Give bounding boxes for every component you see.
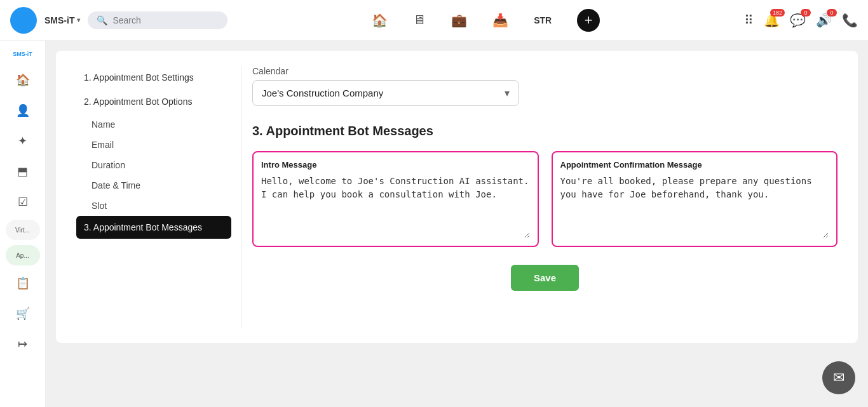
messages-row: Intro Message Hello, welcome to Joe's Co… (252, 151, 837, 247)
sidebar-item-tasks[interactable]: ☑ (10, 189, 36, 215)
sidebar-item-cart[interactable]: 🛒 (10, 301, 36, 326)
sub-item-name[interactable]: Name (76, 114, 231, 135)
section-title: 3. Appointment Bot Messages (252, 124, 837, 138)
chat-widget[interactable]: ✉ (822, 361, 855, 394)
search-icon: 🔍 (97, 15, 107, 25)
add-button[interactable]: + (577, 9, 600, 32)
main-content: 1. Appointment Bot Settings 2. Appointme… (46, 41, 868, 407)
sub-item-email[interactable]: Email (76, 135, 231, 155)
confirmation-message-box: Appointment Confirmation Message You're … (552, 151, 838, 247)
content-card: 1. Appointment Bot Settings 2. Appointme… (56, 51, 858, 343)
sidebar-pill-appointment[interactable]: Ap... (6, 245, 40, 265)
messages-badge: 0 (801, 9, 811, 17)
sidebar-item-user[interactable]: 👤 (10, 98, 36, 123)
calendar-value: Joe's Construction Company (262, 88, 383, 98)
step-1-appointment-settings[interactable]: 1. Appointment Bot Settings (76, 66, 231, 89)
nav-center: 🏠 🖥 💼 📥 STR + (235, 9, 736, 32)
save-button[interactable]: Save (511, 265, 579, 291)
sidebar-item-integrations[interactable]: ✦ (10, 128, 36, 154)
intro-message-label: Intro Message (261, 160, 530, 170)
grid-icon-btn[interactable]: ⠿ (744, 13, 754, 28)
confirmation-message-label: Appointment Confirmation Message (560, 160, 829, 170)
top-navigation: SMS-iT ▾ 🔍 🏠 🖥 💼 📥 STR + ⠿ 🔔 182 💬 0 🔊 0… (0, 0, 868, 41)
form-area: Calendar Joe's Construction Company ▾ 3.… (241, 66, 837, 328)
notifications-btn[interactable]: 🔔 182 (764, 13, 780, 28)
sidebar-item-export[interactable]: ↦ (10, 331, 36, 357)
calendar-chevron-icon: ▾ (505, 87, 510, 99)
brand-label[interactable]: SMS-iT ▾ (44, 15, 80, 25)
sidebar-logo-text: SMS-iT (13, 51, 32, 57)
calendar-label: Calendar (252, 66, 837, 76)
calendar-dropdown[interactable]: Joe's Construction Company ▾ (252, 80, 519, 106)
monitor-nav-icon[interactable]: 🖥 (413, 13, 426, 27)
sub-item-slot[interactable]: Slot (76, 196, 231, 216)
sidebar-item-notes[interactable]: 📋 (10, 270, 36, 296)
sub-item-datetime[interactable]: Date & Time (76, 175, 231, 196)
sidebar-item-home[interactable]: 🏠 (10, 67, 36, 93)
briefcase-nav-icon[interactable]: 💼 (451, 13, 467, 28)
sidebar-pill-virtual[interactable]: Virt... (6, 220, 40, 240)
messages-btn[interactable]: 💬 0 (790, 13, 806, 28)
step-2-appointment-options[interactable]: 2. Appointment Bot Options (76, 90, 231, 113)
inbox-nav-icon[interactable]: 📥 (492, 13, 508, 28)
intro-message-textarea[interactable]: Hello, welcome to Joe's Construction AI … (261, 175, 530, 238)
sidebar-item-pipelines[interactable]: ⬒ (10, 159, 36, 184)
left-sidebar: SMS-iT 🏠 👤 ✦ ⬒ ☑ Virt... Ap... 📋 🛒 ↦ (0, 41, 46, 407)
sub-item-duration[interactable]: Duration (76, 155, 231, 175)
confirmation-message-textarea[interactable]: You're all booked, please prepare any qu… (560, 175, 829, 238)
avatar (10, 7, 37, 34)
nav-right: ⠿ 🔔 182 💬 0 🔊 0 📞 (744, 13, 858, 28)
alerts-btn[interactable]: 🔊 0 (816, 13, 832, 28)
search-bar[interactable]: 🔍 (88, 11, 227, 29)
step-3-appointment-messages[interactable]: 3. Appointment Bot Messages (76, 216, 231, 239)
intro-message-box: Intro Message Hello, welcome to Joe's Co… (252, 151, 539, 247)
steps-sidebar: 1. Appointment Bot Settings 2. Appointme… (76, 66, 241, 328)
home-nav-icon[interactable]: 🏠 (372, 13, 388, 28)
sidebar-logo: SMS-iT (10, 51, 36, 57)
search-input[interactable] (112, 15, 214, 25)
notifications-badge: 182 (770, 9, 785, 17)
alerts-badge: 0 (827, 9, 837, 17)
phone-btn[interactable]: 📞 (842, 13, 858, 28)
brand-chevron: ▾ (77, 17, 80, 23)
chat-widget-icon: ✉ (833, 370, 844, 386)
str-label[interactable]: STR (534, 15, 552, 25)
